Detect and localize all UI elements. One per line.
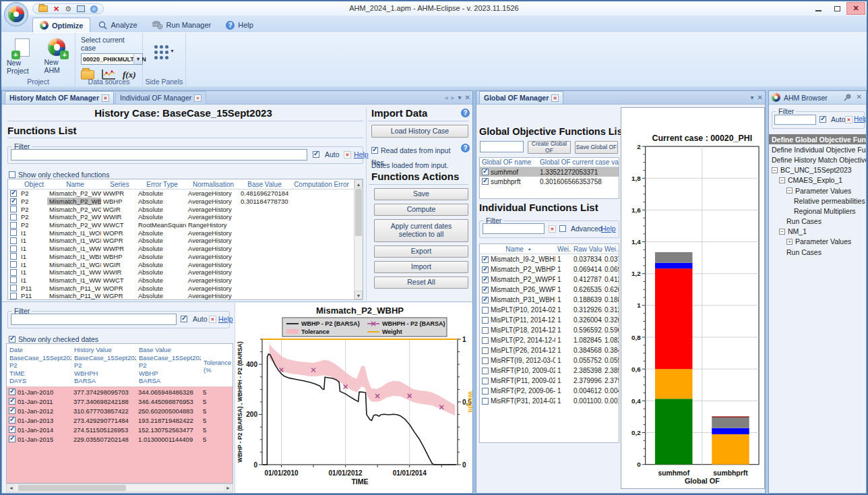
tree-item[interactable]: Define Individual Objective Functions xyxy=(769,144,866,154)
nav-right-icon[interactable]: ▸ xyxy=(452,94,455,101)
column-header[interactable]: Raw Value xyxy=(571,245,602,253)
checkbox[interactable] xyxy=(10,206,17,212)
table-row[interactable]: MisRFT(P2, 2009-06-09)10.004612...0.0046 xyxy=(480,386,619,396)
table-row[interactable]: I1Mismatch_I1_WWIRWWIRAbsoluteAverageHis… xyxy=(8,268,363,276)
column-header[interactable]: Normalisation xyxy=(186,181,239,188)
checkbox[interactable] xyxy=(10,190,17,197)
checkbox[interactable] xyxy=(10,269,17,276)
checkbox[interactable] xyxy=(10,222,17,229)
scroll-down-icon[interactable]: ▼ xyxy=(354,291,363,299)
minimize-button[interactable] xyxy=(809,2,828,15)
restore-button[interactable] xyxy=(828,2,846,15)
table-row[interactable]: P2Mismatch_P2_WWCTWWCTRootMeanSquareRang… xyxy=(8,221,363,229)
tab-help[interactable]: ?Help xyxy=(219,18,260,32)
compute-button[interactable]: Compute xyxy=(374,204,468,216)
checkbox[interactable] xyxy=(9,417,16,424)
column-header[interactable]: Global OF current case value xyxy=(538,158,619,166)
tree-item[interactable]: −Parameter Values xyxy=(769,185,866,196)
tab-run-manager[interactable]: Run Manager xyxy=(146,18,218,32)
table-row[interactable]: sumhmof1.33521272053371 xyxy=(480,167,619,177)
checkbox[interactable] xyxy=(10,237,17,244)
checkbox[interactable] xyxy=(482,287,489,293)
clear-filter-icon[interactable]: ✕ xyxy=(549,225,556,233)
tree-item[interactable]: Run Cases xyxy=(769,247,866,257)
table-row[interactable]: P11Mismatch_P11_WOPRWOPRAbsoluteAverageH… xyxy=(8,284,363,292)
table-row[interactable]: MisPLT(P10, 2014-02-01)10.312926...0.312… xyxy=(480,305,619,315)
reset-all-button[interactable]: Reset All xyxy=(374,276,468,289)
gof-name-input[interactable] xyxy=(480,141,524,152)
auto-checkbox[interactable] xyxy=(181,316,187,322)
save-global-of-button[interactable]: Save Global OF xyxy=(575,141,618,154)
table-row[interactable]: P2Mismatch_P2_WWPRWWPRAbsoluteAverageHis… xyxy=(8,190,363,198)
close-icon[interactable]: ✕ xyxy=(857,93,862,100)
column-header[interactable]: Base Value xyxy=(239,181,288,188)
column-header[interactable]: Series xyxy=(101,181,136,188)
column-header[interactable]: Base ValueBaseCase_15Sept2023P2WBHPBARSA xyxy=(136,344,201,386)
table-row[interactable]: Mismatch_P2_WBHP10.069414...0.0694 xyxy=(480,264,619,274)
help-link[interactable]: Help xyxy=(854,115,867,123)
checkbox[interactable] xyxy=(482,337,489,344)
close-icon[interactable]: ✕ xyxy=(757,94,763,101)
tree-item[interactable]: −NM_1 xyxy=(769,227,866,237)
column-header[interactable]: History ValueBaseCase_15Sept2023P2WBHPHB… xyxy=(71,344,136,386)
checkbox[interactable] xyxy=(10,214,17,221)
new-project-button[interactable]: + New Project xyxy=(7,36,37,75)
checkbox[interactable] xyxy=(482,297,489,303)
checkbox[interactable] xyxy=(482,178,489,185)
tree-item[interactable]: Define Global Objective Functions xyxy=(769,134,866,144)
tab-optimize[interactable]: Optimize xyxy=(32,18,90,32)
table-row[interactable]: 01-Jan-2012310.677703857422250.602005004… xyxy=(7,406,232,415)
table-row[interactable]: I1Mismatch_I1_WBHPWBHPAbsoluteAverageHis… xyxy=(8,253,363,261)
chevron-down-icon[interactable]: ▾ xyxy=(458,94,462,101)
collapse-icon[interactable]: − xyxy=(779,177,785,183)
ifl-filter-input[interactable] xyxy=(483,223,545,234)
table-row[interactable]: 01-Jan-2013273.429290771484193.218719482… xyxy=(7,415,232,425)
table-row[interactable]: Mismatch_P31_WBHP10.188639...0.1886 xyxy=(480,295,619,305)
close-button[interactable]: ✕ xyxy=(846,2,865,15)
table-row[interactable]: MisPLT(P26, 2014-12-01)10.384568...0.384… xyxy=(480,345,619,355)
table-row[interactable]: Mismatch_P2_WWPR10.412787...0.4127 xyxy=(480,274,619,285)
collapse-icon[interactable]: − xyxy=(779,229,785,235)
browser-filter-input[interactable] xyxy=(774,115,816,125)
checkbox[interactable] xyxy=(9,436,16,442)
checkbox[interactable] xyxy=(10,253,17,260)
table-row[interactable]: I1Mismatch_I1_WOPRWOPRAbsoluteAverageHis… xyxy=(8,229,363,237)
checkbox[interactable] xyxy=(10,285,17,291)
column-header[interactable]: DateBaseCase_15Sept2023P2TIMEDAYS xyxy=(7,344,71,386)
help-link[interactable]: Help xyxy=(601,225,616,233)
help-link[interactable]: Help xyxy=(218,315,233,323)
close-icon[interactable]: ✕ xyxy=(551,94,559,102)
checkbox[interactable] xyxy=(10,293,17,299)
horizontal-scrollbar[interactable]: ◄► xyxy=(6,484,233,492)
column-header[interactable]: Wei... xyxy=(555,245,571,253)
scroll-up-icon[interactable]: ▲ xyxy=(354,179,363,188)
table-row[interactable]: MisPLT(P2, 2014-12-01)11.082845...1.0828 xyxy=(480,335,619,345)
table-row[interactable]: I1Mismatch_I1_WWPRWWPRAbsoluteAverageHis… xyxy=(8,245,363,253)
checkbox[interactable] xyxy=(482,317,489,324)
auto-checkbox[interactable] xyxy=(313,151,319,158)
scroll-right-icon[interactable]: ► xyxy=(224,484,232,492)
column-header[interactable]: Object xyxy=(19,181,47,188)
collapse-icon[interactable]: − xyxy=(772,167,778,173)
tab-global-of-manager[interactable]: Global OF Manager✕ xyxy=(479,91,563,104)
clear-filter-icon[interactable]: ✕ xyxy=(845,116,852,123)
checkbox[interactable] xyxy=(482,169,489,175)
table-row[interactable]: Mismatch_P26_WWPR10.626535...0.6265 xyxy=(480,285,619,295)
checkbox[interactable] xyxy=(482,388,489,395)
tab-history-match-of-manager[interactable]: History Match OF Manager✕ xyxy=(5,91,114,104)
checkbox[interactable] xyxy=(482,378,489,384)
save-button[interactable]: Save xyxy=(374,188,468,200)
export-button[interactable]: Export xyxy=(374,245,468,258)
help-icon[interactable]: ? xyxy=(461,144,470,152)
checkbox[interactable] xyxy=(9,426,16,433)
checkbox[interactable] xyxy=(482,307,489,314)
help-icon[interactable]: ? xyxy=(461,109,470,117)
checkbox[interactable] xyxy=(10,245,17,252)
tree-item[interactable]: Run Cases xyxy=(769,216,866,227)
table-row[interactable]: I1Mismatch_I1_WGIRWGIRAbsoluteAverageHis… xyxy=(8,260,363,268)
table-row[interactable]: MisRFT(P10, 2009-02-01)12.385398...2.385… xyxy=(480,366,619,376)
pin-icon[interactable] xyxy=(844,94,851,101)
table-row[interactable]: sumbhprft0.301606566353758 xyxy=(480,177,619,186)
load-history-case-button[interactable]: Load History Case xyxy=(371,125,468,138)
table-row[interactable]: MisPLT(P18, 2014-12-01)10.596592...0.596… xyxy=(480,325,619,335)
